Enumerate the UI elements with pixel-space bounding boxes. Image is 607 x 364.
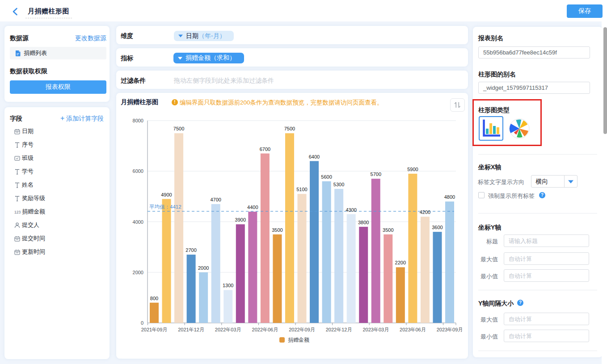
svg-text:5100: 5100 — [296, 187, 307, 192]
svg-text:4300: 4300 — [346, 207, 356, 213]
svg-text:2021年12月: 2021年12月 — [178, 327, 204, 332]
svg-text:5600: 5600 — [321, 174, 332, 180]
svg-text:5900: 5900 — [407, 167, 418, 172]
svg-text:4900: 4900 — [161, 192, 172, 197]
svg-text:4000: 4000 — [133, 219, 143, 225]
svg-text:4400: 4400 — [247, 205, 258, 210]
svg-text:8000: 8000 — [133, 118, 143, 123]
svg-text:7500: 7500 — [173, 126, 184, 131]
svg-text:2700: 2700 — [185, 247, 196, 253]
svg-text:2021年09月: 2021年09月 — [141, 327, 168, 332]
svg-text:3900: 3900 — [235, 217, 246, 222]
svg-text:4200: 4200 — [420, 209, 430, 215]
svg-text:1300: 1300 — [223, 283, 233, 288]
svg-text:2000: 2000 — [133, 270, 143, 275]
svg-text:6700: 6700 — [260, 146, 270, 152]
svg-text:3500: 3500 — [383, 227, 393, 233]
svg-text:6000: 6000 — [133, 168, 143, 174]
svg-text:0: 0 — [141, 320, 143, 326]
svg-text:800: 800 — [150, 296, 158, 301]
svg-text:2200: 2200 — [395, 260, 406, 265]
svg-text:3600: 3600 — [432, 225, 443, 230]
svg-text:2022年12月: 2022年12月 — [326, 327, 352, 332]
svg-text:2023年06月: 2023年06月 — [400, 327, 426, 332]
svg-text:123: 123 — [14, 210, 21, 214]
svg-text:2000: 2000 — [198, 265, 209, 271]
svg-text:平均值：4412: 平均值：4412 — [149, 204, 181, 209]
svg-text:2023年03月: 2023年03月 — [363, 327, 389, 332]
svg-text:5300: 5300 — [333, 182, 344, 187]
svg-text:2022年06月: 2022年06月 — [252, 327, 278, 332]
svg-text:3800: 3800 — [358, 220, 369, 225]
svg-text:6400: 6400 — [309, 154, 320, 159]
svg-text:4800: 4800 — [444, 194, 455, 200]
svg-text:2022年03月: 2022年03月 — [215, 327, 241, 332]
svg-text:捐赠金额: 捐赠金额 — [288, 337, 309, 343]
svg-text:2023年09月: 2023年09月 — [437, 327, 463, 332]
svg-text:3500: 3500 — [272, 227, 282, 233]
svg-text:7500: 7500 — [284, 126, 295, 131]
svg-text:5700: 5700 — [371, 172, 381, 177]
svg-text:2022年09月: 2022年09月 — [289, 327, 315, 332]
svg-text:4700: 4700 — [210, 197, 221, 202]
